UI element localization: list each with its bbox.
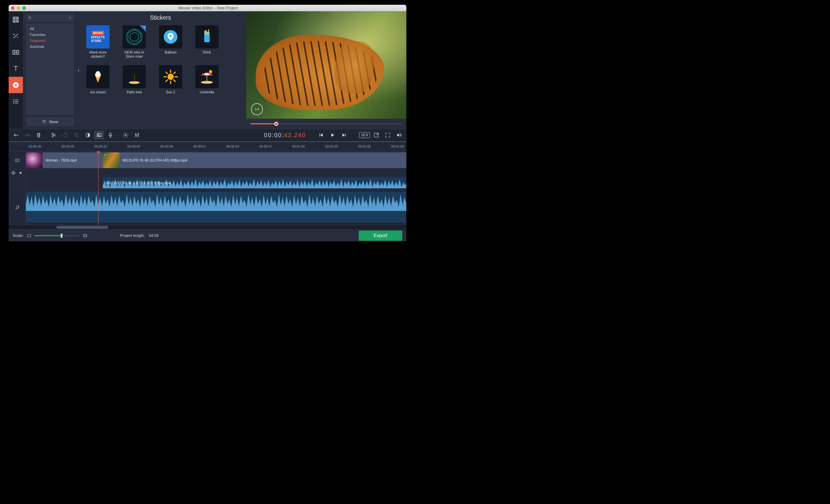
wand-icon xyxy=(12,32,20,40)
ruler-label: 00:00:54 xyxy=(226,144,239,148)
play-button[interactable] xyxy=(327,131,338,139)
linked-audio-clip[interactable]: WILDLIFE IN 4K (ULTRA HD) 60fps.mp4 xyxy=(103,177,406,188)
sticker-tile[interactable]: Palm tree xyxy=(120,65,149,94)
export-button[interactable]: Export xyxy=(359,231,402,241)
fullscreen-button[interactable] xyxy=(383,131,393,139)
window-title: Movavi Video Editor – New Project xyxy=(26,6,390,10)
preview-viewport[interactable]: J✕K xyxy=(246,11,406,119)
svg-line-7 xyxy=(30,19,31,19)
svg-line-29 xyxy=(166,80,167,81)
aspect-ratio-selector[interactable]: 16:9 xyxy=(359,132,370,138)
tab-more[interactable] xyxy=(9,93,23,109)
svg-point-22 xyxy=(168,74,174,80)
video-clip-woman[interactable]: Woman - 7826.mp4 xyxy=(26,152,103,168)
tab-filters[interactable] xyxy=(9,28,23,44)
category-item[interactable]: Featured xyxy=(30,38,70,44)
music-track-header[interactable] xyxy=(9,190,26,225)
record-audio-button[interactable] xyxy=(105,131,116,139)
redo-button[interactable] xyxy=(22,131,32,139)
settings-button[interactable] xyxy=(121,131,131,139)
sticker-tile[interactable]: MOVAVIEFFECTSSTOREWant more stickers? xyxy=(84,25,112,59)
category-item[interactable]: Summer xyxy=(30,44,70,50)
sticker-label: Ice cream xyxy=(90,90,106,94)
tab-stickers[interactable] xyxy=(9,77,23,93)
speaker-icon[interactable] xyxy=(19,170,24,175)
titlebar: Movavi Video Editor – New Project xyxy=(9,5,406,11)
sticker-tile[interactable]: +NEW sets in Store now! xyxy=(120,25,149,59)
sticker-thumb xyxy=(86,65,109,88)
sticker-tile[interactable]: Umbrella xyxy=(193,65,221,94)
music-clip[interactable] xyxy=(26,192,406,223)
svg-point-3 xyxy=(13,99,14,100)
sticker-label: NEW sets in Store now! xyxy=(120,50,149,59)
panel-title: Stickers xyxy=(84,14,237,21)
clip-properties-button[interactable] xyxy=(94,131,104,139)
collapse-category-button[interactable]: ‹ xyxy=(76,11,81,129)
ruler-label: 00:00:36 xyxy=(29,144,41,148)
zoom-in-icon[interactable] xyxy=(83,234,88,238)
pop-out-button[interactable] xyxy=(371,131,381,139)
store-button-label: Store xyxy=(49,120,58,124)
eye-icon[interactable] xyxy=(11,170,16,175)
ruler-label: 00:01:00 xyxy=(292,144,305,148)
preview-pane: J✕K xyxy=(246,11,406,129)
tab-media[interactable] xyxy=(9,11,23,28)
track-headers xyxy=(9,152,26,225)
svg-point-39 xyxy=(125,134,127,136)
equalizer-button[interactable] xyxy=(132,131,142,139)
ruler-label: 00:01:03 xyxy=(325,144,338,148)
video-track-header[interactable] xyxy=(9,152,26,169)
delete-button[interactable] xyxy=(34,131,44,139)
close-window-button[interactable] xyxy=(11,6,14,10)
svg-point-47 xyxy=(13,172,14,173)
prev-frame-button[interactable] xyxy=(316,131,326,139)
scale-label: Scale: xyxy=(13,233,24,238)
next-frame-button[interactable] xyxy=(339,131,349,139)
svg-point-5 xyxy=(13,102,14,103)
volume-button[interactable] xyxy=(394,131,404,139)
category-item[interactable]: Favorites xyxy=(30,32,70,38)
video-clip-wildlife[interactable]: ★ WILDLIFE IN 4K (ULTRA HD) 60fps.mp4 xyxy=(103,152,406,168)
zoom-window-button[interactable] xyxy=(22,6,26,10)
ruler-label: 00:00:45 xyxy=(127,144,140,148)
timeline-ruler[interactable]: 00:00:3600:00:3900:00:4200:00:4500:00:48… xyxy=(9,142,406,152)
sticker-label: Umbrella xyxy=(200,90,214,94)
svg-point-49 xyxy=(18,207,19,208)
sticker-icon xyxy=(12,81,20,89)
rotate-button[interactable] xyxy=(60,131,70,139)
sticker-search-input[interactable]: × xyxy=(26,14,73,22)
sticker-tile[interactable]: Drink xyxy=(193,25,221,59)
ruler-label: 00:00:42 xyxy=(94,144,107,148)
minimize-window-button[interactable] xyxy=(17,6,20,10)
svg-line-27 xyxy=(166,72,167,73)
sticker-thumb xyxy=(123,65,146,88)
svg-point-14 xyxy=(169,35,171,37)
track-visibility-row xyxy=(9,169,26,176)
svg-rect-43 xyxy=(319,133,320,137)
ruler-label: 00:01:09 xyxy=(391,144,404,148)
category-item[interactable]: All xyxy=(30,26,70,32)
zoom-out-icon[interactable] xyxy=(27,234,32,238)
svg-point-4 xyxy=(13,101,14,102)
color-adjust-button[interactable] xyxy=(83,131,93,139)
ruler-label: 00:00:57 xyxy=(259,144,272,148)
timeline-scrollbar[interactable] xyxy=(9,225,406,229)
tab-transitions[interactable] xyxy=(9,44,23,60)
linked-audio-track-header[interactable] xyxy=(9,176,26,190)
track-area[interactable]: Woman - 7826.mp4 ★ WILDLIFE IN 4K (ULTRA… xyxy=(26,152,406,225)
preview-seek-slider[interactable] xyxy=(250,123,402,124)
app-window: Movavi Video Editor – New Project × AllF… xyxy=(9,5,406,241)
undo-button[interactable] xyxy=(11,131,21,139)
scale-slider[interactable] xyxy=(35,235,79,236)
tab-titles[interactable] xyxy=(9,60,23,77)
sticker-tile[interactable]: Sun 2 xyxy=(156,65,185,94)
split-button[interactable] xyxy=(49,131,59,139)
store-button[interactable]: Store xyxy=(27,117,73,126)
sticker-grid: MOVAVIEFFECTSSTOREWant more stickers?+NE… xyxy=(84,25,237,94)
crop-button[interactable] xyxy=(71,131,82,139)
clear-search-icon[interactable]: × xyxy=(69,15,71,20)
sticker-thumb xyxy=(159,25,182,48)
transition-icon xyxy=(12,48,20,56)
sticker-tile[interactable]: Ice cream xyxy=(84,65,112,94)
sticker-tile[interactable]: Balloon xyxy=(156,25,185,59)
